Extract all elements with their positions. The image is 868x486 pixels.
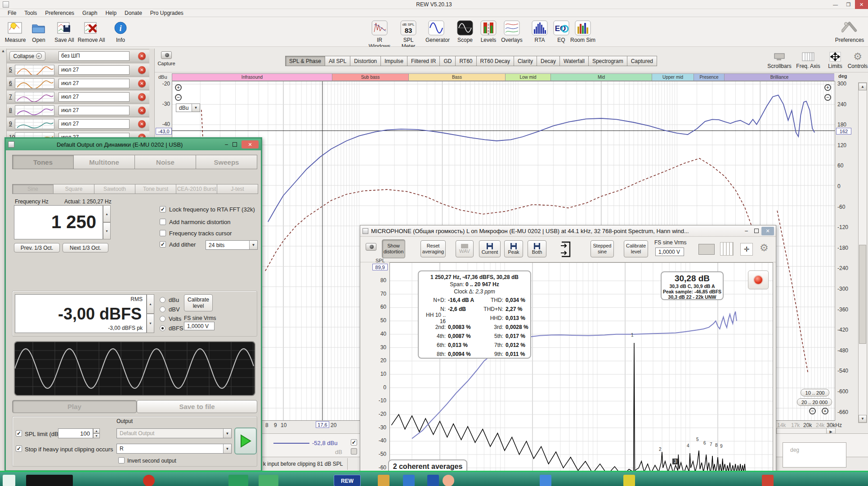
zoom-out-y-button[interactable]: − [175, 94, 182, 101]
legend-db-checkbox[interactable] [351, 448, 357, 454]
capture-button[interactable]: Capture [157, 51, 175, 66]
generator-subtab-j-test[interactable]: J-test [217, 184, 258, 194]
tab-filtered-ir[interactable]: Filtered IR [407, 56, 439, 66]
measurement-name-field[interactable]: июл 27 [58, 119, 130, 129]
tab-decay[interactable]: Decay [537, 56, 559, 66]
rta-titlebar[interactable]: MICROPHONE (Общая громкость) L on Микроф… [360, 225, 776, 237]
menu-item-tools[interactable]: Tools [20, 9, 41, 17]
output-channel-select[interactable]: R▼ [116, 444, 232, 454]
toolbar-button-info[interactable]: iInfo [110, 19, 131, 43]
delete-measurement-icon[interactable]: ✕ [138, 52, 146, 60]
delete-measurement-icon[interactable]: ✕ [138, 107, 146, 114]
tab-spectrogram[interactable]: Spectrogram [588, 56, 627, 66]
delete-measurement-icon[interactable]: ✕ [138, 80, 146, 87]
zoom-in-y-button[interactable]: + [175, 84, 182, 91]
measurement-row[interactable]: Collapse «без ШП✕ [7, 50, 149, 63]
view-control-controls[interactable]: ⚙Controls [844, 50, 868, 69]
zoom-in-deg-button[interactable]: + [824, 84, 831, 91]
measurement-name-field[interactable]: без ШП [58, 51, 130, 61]
measurement-row[interactable]: 8июл 27✕ [7, 104, 149, 117]
toolbar-button-save-all[interactable]: Save All [50, 19, 78, 43]
lock-frequency-checkbox[interactable]: ✓ [160, 206, 166, 212]
measurement-name-field[interactable]: июл 27 [58, 106, 130, 115]
level-spinner[interactable]: ▲▼ [147, 294, 154, 333]
generator-close-icon[interactable]: ✕ [242, 140, 259, 148]
measurement-name-field[interactable]: июл 27 [58, 79, 130, 88]
toolbar-button-generator[interactable]: Generator [425, 19, 447, 43]
menu-item-help[interactable]: Help [101, 9, 121, 17]
delete-measurement-icon[interactable]: ✕ [138, 66, 146, 74]
menu-item-pro-upgrades[interactable]: Pro Upgrades [146, 9, 188, 17]
generator-play-button[interactable] [234, 428, 257, 454]
y-unit-selector[interactable]: dBu▼ [176, 104, 200, 112]
toolbar-button-remove-all[interactable]: Remove All [77, 19, 105, 43]
deg-axis-scrollbar[interactable]: ▲ ▼ [858, 82, 867, 423]
stepped-sine-button[interactable]: Stepped sine [591, 240, 614, 257]
generator-minimize-icon[interactable]: – [225, 141, 228, 148]
rta-calibrate-button[interactable]: Calibrate level [624, 240, 648, 257]
taskbar-icon-11[interactable] [623, 475, 635, 486]
toolbar-button-open[interactable]: Open [28, 19, 49, 43]
generator-maximize-icon[interactable] [233, 142, 237, 147]
spl-limit-field[interactable]: 100 [58, 428, 93, 438]
tab-rt60[interactable]: RT60 [455, 56, 476, 66]
toolbar-button-ir-windows[interactable]: IR Windows [367, 19, 392, 50]
range-20-20000-button[interactable]: 20 .. 20 000 [797, 398, 832, 406]
reset-averaging-button[interactable]: Reset averaging [421, 240, 446, 257]
toolbar-button-scope[interactable]: Scope [454, 19, 476, 43]
collapse-button[interactable]: Collapse « [9, 51, 45, 61]
add-dither-checkbox[interactable]: ✓ [160, 241, 166, 248]
frequency-field[interactable]: 1 250 [14, 205, 103, 239]
menu-item-preferences[interactable]: Preferences [41, 9, 78, 17]
generator-subtab-square[interactable]: Square [53, 184, 94, 194]
zoom-out-x-button[interactable]: − [809, 408, 816, 414]
taskbar-icon-6[interactable] [378, 475, 389, 486]
measurement-row[interactable]: 9июл 27✕ [7, 118, 149, 130]
generator-calibrate-button[interactable]: Calibrate level [184, 294, 213, 311]
unit-radio-dbv[interactable] [160, 306, 166, 312]
save-peak-button[interactable]: Peak [504, 240, 523, 257]
generator-tab-sweeps[interactable]: Sweeps [196, 155, 257, 169]
generator-tab-noise[interactable]: Noise [134, 155, 196, 169]
tab-waterfall[interactable]: Waterfall [559, 56, 588, 66]
record-button[interactable] [748, 270, 769, 289]
toolbar-button-room-sim[interactable]: Room Sim [570, 19, 595, 43]
measurement-name-field[interactable]: июл 27 [58, 92, 130, 102]
taskbar-icon-1[interactable] [26, 475, 73, 486]
toolbar-button-levels[interactable]: 0369Levels [478, 19, 499, 43]
toolbar-button-measure[interactable]: Measure [4, 19, 26, 43]
measurement-row[interactable]: 6июл 27✕ [7, 77, 149, 90]
rta-minimize-icon[interactable]: – [745, 228, 748, 234]
dither-bits-select[interactable]: 24 bits▼ [206, 240, 258, 250]
rta-camera-icon[interactable] [366, 243, 376, 251]
tab-gd[interactable]: GD [439, 56, 455, 66]
tab-distortion[interactable]: Distortion [350, 56, 380, 66]
view-control-scrollbars[interactable]: Scrollbars [765, 50, 793, 69]
generator-titlebar[interactable]: Default Output on Динамики (E-MU 0202 | … [6, 139, 261, 150]
generator-tab-multitone[interactable]: Multitone [73, 155, 135, 169]
generator-subtab-sine[interactable]: Sine [12, 184, 54, 194]
maximize-button[interactable]: ❐ [842, 0, 855, 9]
scrollbar-thumb[interactable] [859, 245, 866, 344]
range-10-200-button[interactable]: 10 .. 200 [801, 389, 829, 396]
minimize-button[interactable]: — [829, 0, 842, 9]
tab-all-spl[interactable]: All SPL [325, 56, 350, 66]
taskbar-icon-3[interactable] [228, 475, 248, 486]
close-button[interactable]: ✕ [855, 0, 868, 9]
menu-item-file[interactable]: File [4, 9, 20, 17]
unit-radio-dbu[interactable] [160, 297, 166, 303]
spl-limit-checkbox[interactable]: ✓ [16, 430, 22, 436]
toolbar-button-overlays[interactable]: Overlays [501, 19, 523, 43]
taskbar-icon-9[interactable] [443, 475, 454, 486]
prev-third-octave-button[interactable]: Prev. 1/3 Oct. [14, 243, 60, 252]
level-field[interactable]: RMS -3,00 dBFS -3,00 dBFS pk [15, 294, 147, 333]
rta-maximize-icon[interactable] [754, 229, 759, 233]
generator-subtab-tone-burst[interactable]: Tone burst [135, 184, 176, 194]
delete-measurement-icon[interactable]: ✕ [138, 93, 146, 101]
measurement-row[interactable]: 7июл 27✕ [7, 91, 149, 104]
input-routing-icon[interactable] [559, 239, 574, 259]
zoom-out-deg-button[interactable]: − [824, 94, 831, 101]
generator-subtab-sawtooth[interactable]: Sawtooth [94, 184, 135, 194]
toolbar-button-eq[interactable]: EQEQ [550, 19, 572, 43]
spl-limit-spinner[interactable]: ▲▼ [93, 428, 100, 438]
